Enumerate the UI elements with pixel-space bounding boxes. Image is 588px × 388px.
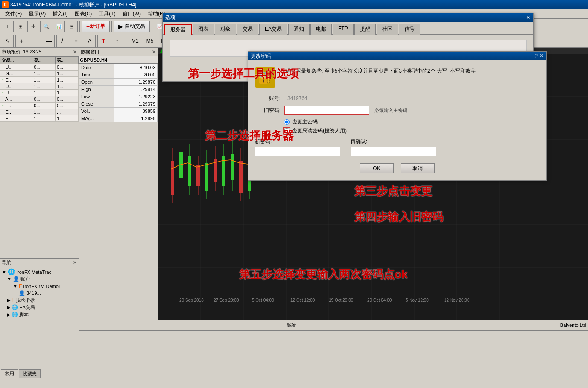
options-overlay: 选项 ✕ 服务器 图表 对象 交易 EA交易 通知 电邮 FTP 提醒 社区 信…	[0, 0, 588, 388]
tab-ftp[interactable]: FTP	[333, 24, 354, 35]
options-tabs: 服务器 图表 对象 交易 EA交易 通知 电邮 FTP 提醒 社区 信号	[163, 22, 533, 35]
pwd-title-text: 更改密码	[251, 53, 271, 60]
tab-email[interactable]: 电邮	[310, 24, 332, 35]
options-close-btn[interactable]: ✕	[526, 14, 531, 21]
radio-readonly-input[interactable]	[284, 128, 290, 134]
tab-server[interactable]: 服务器	[164, 24, 192, 35]
pwd-actions: OK 取消	[255, 163, 539, 173]
pwd-info-row: 🔐 密码要尽量复杂些, 至少5个字符长度并且至少是下面3个类型中的2个·大写, …	[255, 67, 539, 88]
options-title: 选项	[165, 14, 176, 21]
radio-main-input[interactable]	[284, 119, 290, 125]
tab-signals[interactable]: 信号	[399, 24, 420, 35]
pwd-ok-btn[interactable]: OK	[360, 163, 394, 173]
tab-notify[interactable]: 通知	[288, 24, 310, 35]
pwd-dialog: 更改密码 ? ✕ 🔐 密码要尽量复杂些, 至少5个字符长度并且至少是下面3个类型…	[248, 51, 547, 181]
pwd-info-text: 密码要尽量复杂些, 至少5个字符长度并且至少是下面3个类型中的2个·大写, 小写…	[281, 67, 476, 75]
pwd-body: 🔐 密码要尽量复杂些, 至少5个字符长度并且至少是下面3个类型中的2个·大写, …	[248, 60, 546, 180]
old-pwd-label: 旧密码:	[255, 107, 281, 114]
tab-chart[interactable]: 图表	[193, 24, 214, 35]
pwd-dialog-title: 更改密码 ? ✕	[248, 52, 546, 60]
tab-trade[interactable]: 交易	[237, 24, 258, 35]
new-pwd-label: 新密码:	[255, 138, 340, 145]
account-label: 账号:	[255, 95, 281, 102]
old-pwd-row: 旧密码: 必须输入主密码	[255, 106, 539, 115]
tab-community[interactable]: 社区	[377, 24, 398, 35]
new-pwd-section: 新密码: 再确认:	[255, 138, 539, 156]
radio-main-label: 变更主密码	[292, 118, 318, 126]
options-title-bar: 选项 ✕	[163, 13, 533, 22]
lock-icon: 🔐	[255, 67, 275, 88]
pwd-help-btn[interactable]: ?	[535, 53, 538, 59]
old-pwd-input[interactable]	[284, 106, 369, 115]
old-pwd-note: 必须输入主密码	[374, 107, 407, 114]
confirm-pwd-input[interactable]	[351, 147, 436, 156]
tab-alert[interactable]: 提醒	[354, 24, 376, 35]
pwd-title-buttons: ? ✕	[535, 53, 544, 59]
confirm-pwd-label: 再确认:	[351, 138, 436, 145]
account-row: 账号: 3419764	[255, 94, 539, 102]
radio-main-pwd: 变更主密码	[284, 118, 539, 126]
radio-readonly-label: 变更只读密码(投资人用)	[292, 127, 347, 135]
pwd-cancel-btn[interactable]: 取消	[401, 163, 435, 173]
tab-ea[interactable]: EA交易	[259, 24, 287, 35]
account-value: 3419764	[284, 94, 311, 102]
radio-readonly-pwd: 变更只读密码(投资人用)	[284, 127, 539, 135]
pwd-close-btn[interactable]: ✕	[539, 53, 544, 59]
confirm-pwd-group: 再确认:	[351, 138, 436, 156]
tab-objects[interactable]: 对象	[215, 24, 236, 35]
new-pwd-input[interactable]	[255, 147, 340, 156]
radio-group: 变更主密码 变更只读密码(投资人用)	[284, 118, 539, 135]
new-pwd-group: 新密码:	[255, 138, 340, 156]
